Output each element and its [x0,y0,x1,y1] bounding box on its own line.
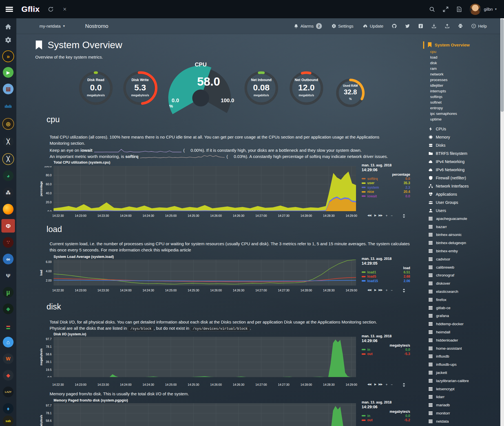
refresh-icon[interactable] [48,6,54,12]
search-icon[interactable] [429,6,435,12]
emby-icon[interactable]: ▶ [3,67,14,78]
sidebar-app-binhex-emby[interactable]: binhex-emby [428,247,500,255]
sidebar-app-home-assistant[interactable]: home-assistant [428,344,500,353]
sidebar-section-memory[interactable]: Memory [428,133,500,141]
sidebar-item-uptime[interactable]: uptime [430,117,500,122]
sidebar-item-processes[interactable]: processes [430,77,500,83]
sidebar-item-cpu[interactable]: cpu [430,49,500,55]
sidebar-app-lazylibrarian-calibre[interactable]: lazylibrarian-calibre [428,377,500,385]
alarms-button[interactable]: Alarms 2 [294,23,322,29]
app-nodes-icon[interactable]: ⁂ [3,187,14,198]
sidebar-app-diskover[interactable]: diskover [428,279,500,287]
play-button[interactable]: ▶ [374,214,376,217]
homeassistant-icon[interactable]: ⌂ [3,337,14,347]
gauge-disk-read[interactable]: Disk Read0.0megabytes/s [78,70,114,106]
gitlab-icon[interactable]: W [3,353,14,364]
sidebar-item-idlejitter[interactable]: idlejitter [430,83,500,88]
sidebar-section-ipv6-networking[interactable]: IPv6 Networking [428,166,500,174]
kodi-alt-icon[interactable]: ╳ [3,154,14,164]
scrollbar-thumb[interactable] [501,19,504,112]
sidebar-app-jackett[interactable]: jackett [428,369,500,377]
update-button[interactable]: Update [363,24,383,28]
fullscreen-icon[interactable] [443,6,449,12]
plex-icon[interactable]: » [3,51,14,62]
resize-handle[interactable] [403,383,405,387]
sidebar-app-lidarr[interactable]: lidarr [428,393,500,401]
legend-row-user[interactable]: user35.3 [362,181,410,186]
settings-button[interactable]: Settings [331,24,353,28]
chart-plot[interactable]: 0.020.040.060.080.0100.0 [39,166,356,211]
user-menu[interactable]: gilbn▼ [484,7,497,12]
app-swirl-icon[interactable]: ◕ [3,170,14,181]
sidebar-section-ipv4-networking[interactable]: IPv4 Networking [428,157,500,166]
gauge-cpu[interactable]: CPU 58.0 0.0 100.0 % [167,59,235,119]
sidebar-app-chronograf[interactable]: chronograf [428,271,500,280]
sidebar-section-cpus[interactable]: CPUs [428,125,500,133]
app-pills-icon[interactable]: ▬ [3,320,14,331]
sidebar-app-elasticsearch[interactable]: elasticsearch [428,287,500,296]
sabnzbd-icon[interactable]: sab [3,416,14,426]
sidebar-app-cadvisor[interactable]: cadvisor [428,255,500,263]
download-icon[interactable] [432,24,436,28]
legend-row-out[interactable]: out-5.3 [362,352,410,356]
sidebar-section-applications[interactable]: Applications [428,190,500,198]
sidebar-app-grafana[interactable]: grafana [428,312,500,320]
play-button[interactable]: ▶ [374,383,376,386]
sidebar-app-hiddenloader[interactable]: hiddenloader [428,336,500,344]
sidebar-app-apacheguacamole[interactable]: apacheguacamole [428,215,500,223]
skip-back-button[interactable]: ◀◀ [367,214,371,217]
skip-forward-button[interactable]: ▶▶ [379,383,382,386]
zoom-in-button[interactable]: + [386,288,388,292]
sidebar-item-disk[interactable]: disk [430,60,500,66]
zoom-out-button[interactable]: − [391,383,393,387]
legend-row-out[interactable]: out-5.2 [362,418,410,423]
close-icon[interactable]: × [62,6,68,12]
facebook-icon[interactable] [418,24,423,28]
app-maroon-icon[interactable]: ∵ [3,237,14,248]
sidebar-app-binhex-airsonic[interactable]: binhex-airsonic [428,231,500,239]
gauge-net-inbound[interactable]: Net Inbound0.08megabits/s [244,70,279,106]
sidebar-app-bazarr[interactable]: bazarr [428,223,500,231]
legend-row-load5[interactable]: load52.68 [362,275,410,279]
chart-plot[interactable]: 0.019.539.158.678.197.7 [39,337,356,377]
legend-row-load15[interactable]: load152.06 [362,279,410,283]
github-icon[interactable] [392,24,397,28]
legend-row-in[interactable]: in0.0 [362,347,410,352]
nextcloud-icon[interactable]: ∞ [3,254,14,264]
legend-row-iowait[interactable]: iowait0.0 [362,194,410,198]
sidebar-item-softirqs[interactable]: softirqs [430,94,500,100]
sidebar-section-firewall-netfilter-[interactable]: Firewall (netfilter) [428,174,500,182]
legend-row-softirq[interactable]: softirq0.0 [362,177,410,181]
chart-plot[interactable]: 2.004.006.00 [39,260,356,286]
legend-row-load1[interactable]: load16.51 [362,270,410,275]
sidebar-app-letsencrypt[interactable]: letsencrypt [428,385,500,393]
gauge-net-outbound[interactable]: Net Outbound12.0megabits/s [289,70,324,106]
sidebar-app-influxdb[interactable]: influxdb [428,353,500,361]
sidebar-section-disks[interactable]: Disks [428,141,500,149]
home-icon[interactable] [3,21,14,32]
sidebar-app-netdata[interactable]: netdata [428,417,500,425]
avatar[interactable] [470,4,481,15]
jackett-icon[interactable]: ◎ [3,119,14,129]
zoom-in-button[interactable]: + [386,214,388,218]
resize-handle[interactable] [403,289,405,293]
sidebar-app-calibreweb[interactable]: calibreweb [428,263,500,271]
chart-plot[interactable]: 0.019.539.158.678.197.7 [39,403,356,426]
gauge-used-ram[interactable]: Used RAM32.8% [335,78,366,108]
calibre-icon[interactable]: ▤ [3,84,14,94]
app-red-shield-icon[interactable]: ◆ [3,370,14,381]
settings-gear-icon[interactable] [3,35,14,45]
legend-row-in[interactable]: in0.0 [362,414,410,418]
print-icon[interactable] [458,24,463,28]
sidebar-app-monitorr[interactable]: monitorr [428,409,500,417]
sidebar-item-ipc-semaphores[interactable]: ipc semaphores [430,111,500,117]
sidebar-item-network[interactable]: network [430,72,500,77]
sidebar-item-load[interactable]: load [430,55,500,60]
sidebar-app-hddtemp-docker[interactable]: hddtemp-docker [428,320,500,328]
hamburger-icon[interactable] [6,7,13,12]
legend-row-nice[interactable]: nice20.4 [362,190,410,194]
sidebar-section-network-interfaces[interactable]: Network Interfaces [428,182,500,190]
resize-handle[interactable] [403,214,405,218]
help-button[interactable]: ? Help [471,24,487,28]
app-green-diamond-icon[interactable]: ◆ [3,304,14,314]
